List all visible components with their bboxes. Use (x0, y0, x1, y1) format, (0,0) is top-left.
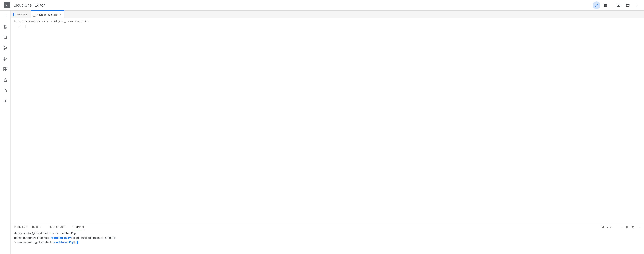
menu-toggle-button[interactable] (2, 13, 8, 19)
panel-tabs: PROBLEMS OUTPUT DEBUG CONSOLE TERMINAL b… (10, 224, 644, 230)
chevron-right-icon: › (62, 20, 62, 23)
tab-welcome[interactable]: Welcome (10, 11, 31, 18)
svg-point-10 (636, 6, 637, 7)
crumb-file[interactable]: main-or-index-file (68, 20, 88, 23)
testing-icon[interactable] (2, 77, 8, 83)
panel-tab-terminal[interactable]: TERMINAL (72, 224, 84, 230)
top-header: Cloud Shell Editor (0, 0, 644, 11)
terminal-cursor (77, 240, 78, 244)
terminal-dropdown-button[interactable] (620, 225, 624, 229)
kill-terminal-button[interactable] (632, 225, 635, 229)
svg-point-41 (639, 227, 639, 227)
svg-rect-26 (6, 69, 7, 71)
svg-rect-24 (4, 67, 5, 69)
line-number: 1 (10, 25, 21, 28)
cloud-code-icon[interactable] (2, 87, 8, 93)
terminal-profile-icon[interactable] (601, 225, 604, 229)
bottom-panel: PROBLEMS OUTPUT DEBUG CONSOLE TERMINAL b… (10, 223, 644, 254)
term-line-1-prompt: demonstrator@cloudshell: (14, 231, 49, 235)
crumb-home[interactable]: home (14, 20, 20, 23)
dirty-indicator-icon (14, 241, 16, 243)
svg-point-18 (4, 46, 4, 47)
svg-point-42 (640, 227, 640, 227)
svg-rect-15 (4, 26, 6, 29)
close-tab-button[interactable]: ✕ (59, 13, 62, 16)
cloud-shell-logo-icon (4, 2, 10, 9)
term-line-2-cmd: $ cloudshell edit main-or-index-file (71, 236, 116, 239)
term-line-1-cmd: $ cd codelab-o11y/ (51, 231, 76, 235)
line-number-gutter: 1 (10, 24, 26, 223)
svg-rect-14 (4, 25, 7, 28)
terminal-output[interactable]: demonstrator@cloudshell:~$ cd codelab-o1… (10, 230, 644, 254)
svg-point-16 (4, 36, 6, 38)
chevron-right-icon: › (22, 20, 23, 23)
tab-file-label: main-or-index-file (37, 13, 58, 16)
panel-more-button[interactable] (637, 225, 640, 229)
more-menu-button[interactable] (633, 2, 641, 9)
open-editor-button[interactable] (592, 2, 600, 9)
svg-point-40 (638, 227, 638, 227)
header-divider (612, 3, 612, 8)
panel-tab-debug-console[interactable]: DEBUG CONSOLE (47, 224, 68, 230)
svg-rect-2 (604, 4, 607, 7)
svg-marker-31 (3, 99, 7, 103)
svg-marker-29 (3, 90, 5, 92)
header-actions (592, 2, 641, 9)
svg-point-8 (636, 4, 637, 5)
svg-marker-28 (4, 89, 6, 90)
term-line-1-path: ~ (49, 231, 51, 235)
term-line-2-prompt: demonstrator@cloudshell: (14, 236, 49, 239)
term-line-3-cmd: $ (74, 240, 76, 244)
extensions-icon[interactable] (2, 66, 8, 72)
run-debug-icon[interactable] (2, 56, 8, 62)
crumb-user[interactable]: demonstrator (25, 20, 40, 23)
svg-rect-34 (601, 226, 604, 228)
svg-line-17 (6, 38, 7, 39)
search-icon[interactable] (2, 34, 8, 40)
tab-welcome-label: Welcome (17, 13, 28, 16)
svg-rect-33 (14, 13, 16, 16)
open-terminal-button[interactable] (602, 2, 610, 9)
svg-point-19 (4, 49, 4, 50)
breadcrumb: home › demonstrator › codelab-o11y › mai… (10, 18, 644, 24)
chevron-right-icon: › (42, 20, 43, 23)
svg-marker-30 (6, 90, 8, 92)
open-new-window-button[interactable] (624, 2, 632, 9)
terminal-shell-label[interactable]: bash (606, 226, 612, 228)
preview-button[interactable] (615, 2, 622, 9)
code-editor[interactable]: 1 (10, 24, 644, 223)
crumb-project[interactable]: codelab-o11y (44, 20, 60, 23)
editor-line-1[interactable] (26, 25, 639, 29)
source-control-icon[interactable] (2, 45, 8, 51)
svg-point-9 (636, 5, 637, 6)
ai-assist-icon[interactable] (2, 98, 8, 104)
editor-tabs: Welcome main-or-index-file ✕ (10, 11, 644, 18)
term-line-3-path: ~/codelab-o11y (52, 240, 74, 244)
svg-rect-27 (6, 67, 7, 69)
split-terminal-button[interactable] (626, 225, 629, 229)
svg-point-5 (618, 5, 619, 6)
main-column: Welcome main-or-index-file ✕ home › demo… (10, 11, 644, 254)
tab-file-active[interactable]: main-or-index-file ✕ (31, 11, 64, 18)
svg-rect-32 (13, 13, 14, 16)
welcome-tab-icon (13, 13, 16, 16)
panel-tab-output[interactable]: OUTPUT (32, 224, 42, 230)
file-icon (64, 19, 66, 23)
app-title: Cloud Shell Editor (14, 3, 45, 8)
activity-bar (0, 11, 10, 254)
term-line-3-prompt: demonstrator@cloudshell: (17, 240, 52, 244)
new-terminal-button[interactable] (615, 225, 618, 229)
term-line-2-path: ~/codelab-o11y (49, 236, 71, 239)
explorer-icon[interactable] (2, 24, 8, 30)
file-icon (33, 12, 36, 17)
svg-point-20 (6, 47, 7, 48)
panel-tab-problems[interactable]: PROBLEMS (14, 224, 27, 230)
svg-rect-25 (4, 69, 5, 71)
svg-rect-7 (626, 4, 629, 5)
